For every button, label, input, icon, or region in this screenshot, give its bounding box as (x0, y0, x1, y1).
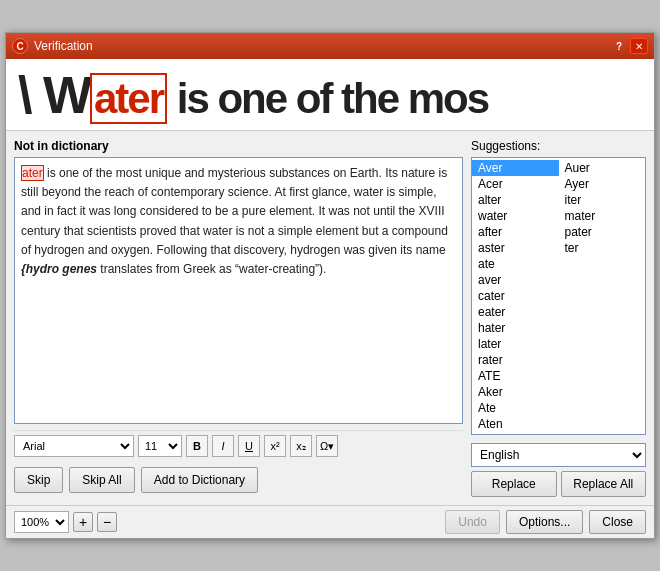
skip-all-button[interactable]: Skip All (69, 467, 134, 493)
right-panel: Suggestions: Aver Acer alter water after… (471, 139, 646, 497)
zoom-in-button[interactable]: + (73, 512, 93, 532)
suggestion-hater[interactable]: hater (472, 320, 559, 336)
add-to-dictionary-button[interactable]: Add to Dictionary (141, 467, 258, 493)
right-bottom: English Replace Replace All (471, 443, 646, 497)
title-bar-controls: ? ✕ (610, 38, 648, 54)
suggestions-label: Suggestions: (471, 139, 646, 153)
italic-button[interactable]: I (212, 435, 234, 457)
app-icon: C (12, 38, 28, 54)
window-title: Verification (34, 39, 93, 53)
suggestion-rater[interactable]: rater (472, 352, 559, 368)
suggestion-alter[interactable]: alter (472, 192, 559, 208)
suggestion-ter[interactable]: ter (559, 240, 646, 256)
action-row: Skip Skip All Add to Dictionary (14, 463, 463, 497)
suggestions-col-2: Auer Ayer iter mater pater ter (559, 158, 646, 434)
suggestion-ate[interactable]: ate (472, 256, 559, 272)
preview-text: \ Water is one of the mos (18, 65, 488, 125)
suggestion-pater[interactable]: pater (559, 224, 646, 240)
suggestion-aver[interactable]: Aver (472, 160, 559, 176)
replace-button[interactable]: Replace (471, 471, 557, 497)
options-button[interactable]: Options... (506, 510, 583, 534)
suggestion-after[interactable]: after (472, 224, 559, 240)
preview-rest: is one of the mos (167, 75, 488, 122)
preview-big-w: W (43, 66, 90, 124)
size-select[interactable]: 11 (138, 435, 182, 457)
bottom-right: Undo Options... Close (445, 510, 646, 534)
replace-row: Replace Replace All (471, 471, 646, 497)
text-area[interactable]: ater is one of the most unique and myste… (14, 157, 463, 424)
replace-all-button[interactable]: Replace All (561, 471, 647, 497)
bottom-bar: 100% + − Undo Options... Close (6, 505, 654, 538)
suggestion-auer[interactable]: Auer (559, 160, 646, 176)
not-in-dict-label: Not in dictionary (14, 139, 463, 153)
bold-button[interactable]: B (186, 435, 208, 457)
suggestions-list[interactable]: Aver Acer alter water after aster ate av… (471, 157, 646, 435)
hydro-genes: {hydro genes (21, 262, 97, 276)
close-button[interactable]: Close (589, 510, 646, 534)
formatting-toolbar: Arial 11 B I U x² x₂ Ω▾ (14, 430, 463, 459)
suggestion-ATE[interactable]: ATE (472, 368, 559, 384)
help-button[interactable]: ? (610, 38, 628, 54)
suggestion-aver2[interactable]: aver (472, 272, 559, 288)
window-close-button[interactable]: ✕ (630, 38, 648, 54)
zoom-select[interactable]: 100% (14, 511, 69, 533)
undo-button[interactable]: Undo (445, 510, 500, 534)
suggestion-aten[interactable]: Aten (472, 416, 559, 432)
suggestion-acer[interactable]: Acer (472, 176, 559, 192)
title-bar: C Verification ? ✕ (6, 33, 654, 59)
main-content: Not in dictionary ater is one of the mos… (6, 131, 654, 505)
underline-button[interactable]: U (238, 435, 260, 457)
suggestion-ayer[interactable]: Ayer (559, 176, 646, 192)
preview-highlight-word: ater (90, 73, 167, 124)
left-panel: Not in dictionary ater is one of the mos… (14, 139, 463, 497)
preview-big-slash: \ (18, 66, 43, 124)
suggestion-cater[interactable]: cater (472, 288, 559, 304)
subscript-button[interactable]: x₂ (290, 435, 312, 457)
bottom-left: 100% + − (14, 511, 117, 533)
suggestion-mater[interactable]: mater (559, 208, 646, 224)
suggestion-aster[interactable]: aster (472, 240, 559, 256)
skip-button[interactable]: Skip (14, 467, 63, 493)
misspelled-word: ater (21, 165, 44, 181)
main-window: C Verification ? ✕ \ Water is one of the… (5, 32, 655, 539)
suggestion-water[interactable]: water (472, 208, 559, 224)
language-select[interactable]: English (471, 443, 646, 467)
suggestion-eater[interactable]: eater (472, 304, 559, 320)
preview-area: \ Water is one of the mos (6, 59, 654, 131)
title-bar-left: C Verification (12, 38, 93, 54)
suggestion-iter[interactable]: iter (559, 192, 646, 208)
zoom-out-button[interactable]: − (97, 512, 117, 532)
suggestion-Ate[interactable]: Ate (472, 400, 559, 416)
font-select[interactable]: Arial (14, 435, 134, 457)
suggestion-later[interactable]: later (472, 336, 559, 352)
suggestions-col-1: Aver Acer alter water after aster ate av… (472, 158, 559, 434)
suggestion-aker[interactable]: Aker (472, 384, 559, 400)
omega-button[interactable]: Ω▾ (316, 435, 338, 457)
superscript-button[interactable]: x² (264, 435, 286, 457)
